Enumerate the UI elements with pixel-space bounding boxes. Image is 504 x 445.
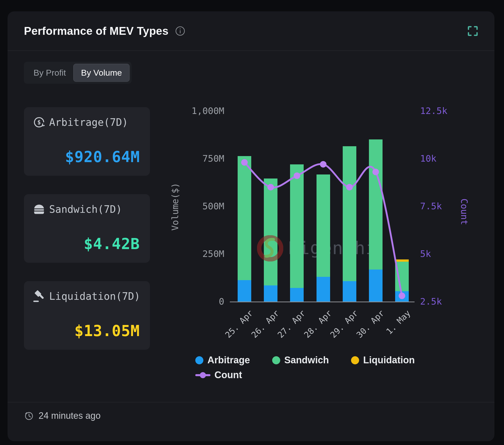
header-divider (8, 50, 494, 51)
count-axis-tick: 5k (420, 249, 431, 259)
legend-label: Count (214, 370, 242, 380)
x-axis-label: 29. Apr (328, 308, 360, 340)
count-axis-tick: 7.5k (420, 201, 442, 211)
y-axis-tick: 0 (169, 296, 224, 307)
legend-label: Sandwich (284, 355, 329, 366)
x-axis-label: 1. May (384, 308, 413, 336)
legend-item-arbitrage[interactable]: Arbitrage (195, 355, 250, 366)
count-axis-tick: 2.5k (420, 296, 442, 307)
last-updated-text: 24 minutes ago (39, 410, 101, 421)
liquidation-icon (33, 290, 46, 303)
chart-legend: ArbitrageSandwichLiquidationCount (195, 355, 483, 380)
legend-marker-liquidation (351, 356, 359, 364)
view-toggle: By Profit By Volume (24, 62, 132, 84)
legend-marker-count (195, 374, 210, 376)
page-title: Performance of MEV Types (24, 25, 169, 37)
x-axis-label: 28. Apr (302, 308, 334, 340)
x-axis-label: 25. Apr (223, 308, 255, 340)
svg-text:$: $ (37, 119, 41, 126)
info-icon[interactable] (175, 26, 185, 36)
count-axis-tick: 12.5k (420, 106, 447, 116)
y-axis-tick: 750M (169, 154, 224, 164)
footer-divider (8, 402, 494, 402)
x-axis-line (230, 302, 415, 302)
legend-marker-sandwich (272, 356, 280, 364)
stat-label: Sandwich(7D) (49, 203, 122, 215)
count-line (231, 111, 414, 302)
count-point (399, 292, 405, 299)
stat-label-row: Sandwich(7D) (33, 203, 122, 216)
card-footer: 24 minutes ago (24, 410, 101, 421)
arbitrage-icon: $ (33, 116, 46, 129)
y-axis-tick: 500M (169, 201, 224, 211)
stat-card-arbitrage: $ Arbitrage(7D) $920.64M (24, 107, 150, 176)
count-point (294, 172, 300, 179)
tab-by-profit[interactable]: By Profit (26, 64, 73, 82)
x-axis-label: 26. Apr (249, 308, 281, 340)
legend-label: Arbitrage (207, 355, 250, 366)
card-header: Performance of MEV Types (8, 11, 494, 50)
y-axis-tick: 250M (169, 249, 224, 259)
legend-marker-arbitrage (195, 356, 203, 364)
count-point (320, 161, 327, 168)
performance-card: Performance of MEV Types By Profit By Vo… (8, 11, 494, 441)
count-point (372, 169, 379, 175)
expand-icon[interactable] (467, 26, 478, 36)
stat-value-liquidation: $13.05M (74, 322, 140, 340)
count-point (346, 184, 353, 190)
stat-label: Arbitrage(7D) (49, 116, 128, 128)
stat-label-row: Liquidation(7D) (33, 290, 140, 303)
tab-by-volume[interactable]: By Volume (73, 64, 130, 82)
x-axis-label: 27. Apr (276, 308, 307, 340)
stat-value-sandwich: $4.42B (84, 235, 140, 253)
x-axis-label: 30. Apr (355, 308, 386, 340)
stat-card-sandwich: Sandwich(7D) $4.42B (24, 194, 150, 263)
count-axis-title: Count (459, 187, 469, 237)
legend-item-sandwich[interactable]: Sandwich (272, 355, 329, 366)
count-point (241, 159, 248, 166)
mev-chart-plot[interactable]: 1,000M750M500M250M012.5k10k7.5k5k2.5k25.… (231, 111, 414, 302)
sandwich-icon (33, 203, 46, 216)
stat-label-row: $ Arbitrage(7D) (33, 116, 128, 129)
legend-item-count[interactable]: Count (195, 370, 242, 380)
legend-item-liquidation[interactable]: Liquidation (351, 355, 415, 366)
count-point (267, 184, 274, 190)
legend-label: Liquidation (363, 355, 415, 366)
stat-card-liquidation: Liquidation(7D) $13.05M (24, 281, 150, 350)
count-axis-tick: 10k (420, 154, 436, 164)
y-axis-tick: 1,000M (169, 106, 224, 116)
clock-icon (24, 411, 34, 421)
stat-value-arbitrage: $920.64M (65, 148, 140, 166)
stat-label: Liquidation(7D) (49, 290, 140, 302)
